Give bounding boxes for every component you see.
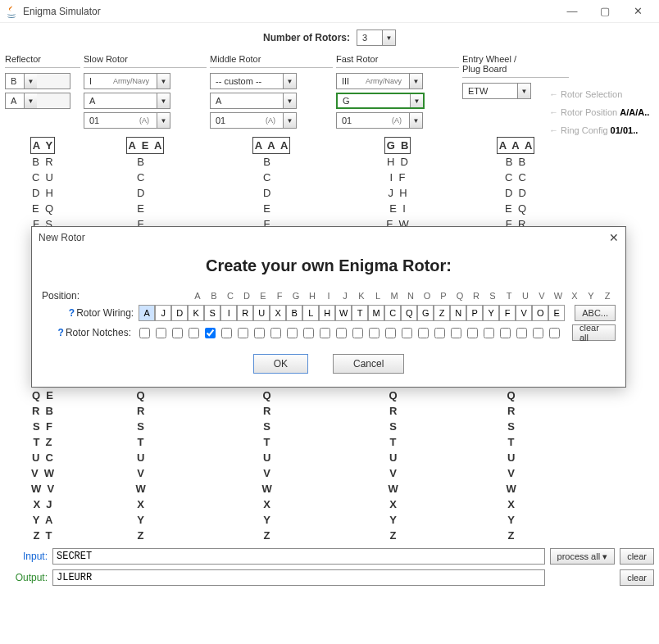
wiring-cell[interactable]	[499, 305, 516, 321]
notch-checkbox[interactable]	[303, 328, 314, 338]
notch-checkbox[interactable]	[352, 328, 363, 338]
fast-rotor-header: Fast Rotor	[336, 52, 459, 68]
chevron-down-icon: ▼	[517, 84, 530, 98]
position-header-cell: G	[288, 291, 304, 301]
slow-rotor-select[interactable]: IArmy/Navy▼	[84, 73, 170, 89]
notch-checkbox[interactable]	[254, 328, 265, 338]
fast-rotor-position-select[interactable]: G▼	[336, 93, 425, 109]
reflector-header: Reflector	[5, 52, 80, 68]
notch-checkbox[interactable]	[516, 328, 527, 338]
dialog-title: New Rotor	[39, 232, 85, 243]
dialog-close-button[interactable]: ✕	[609, 231, 619, 244]
input-field[interactable]	[52, 548, 545, 565]
notch-checkbox[interactable]	[287, 328, 298, 338]
position-header-cell: O	[419, 291, 435, 301]
dialog-heading: Create your own Enigma Rotor:	[32, 256, 625, 275]
wiring-cell[interactable]	[155, 305, 171, 321]
wiring-cell[interactable]	[368, 305, 384, 321]
notch-checkbox[interactable]	[402, 328, 412, 338]
notch-checkbox[interactable]	[549, 328, 560, 338]
output-field[interactable]	[52, 569, 545, 586]
notch-checkbox[interactable]	[434, 328, 445, 338]
wiring-cell[interactable]	[450, 305, 466, 321]
notch-checkbox[interactable]	[270, 328, 281, 338]
wiring-cell[interactable]	[220, 305, 237, 321]
wiring-cell[interactable]	[237, 305, 253, 321]
position-header-cell: E	[255, 291, 271, 301]
window-title: Enigma Simulator	[23, 6, 556, 17]
output-clear-button[interactable]: clear	[620, 569, 654, 586]
wiring-cell[interactable]	[286, 305, 302, 321]
notch-checkbox[interactable]	[172, 328, 183, 338]
notch-checkbox[interactable]	[189, 328, 199, 338]
notch-checkbox[interactable]	[221, 328, 232, 338]
fast-rotor-ring-select[interactable]: 01(A)▼	[336, 112, 423, 129]
wiring-label: Rotor Wiring:	[76, 307, 134, 319]
notch-checkbox[interactable]	[369, 328, 379, 338]
fast-rotor-select[interactable]: IIIArmy/Navy▼	[336, 73, 423, 89]
notch-checkbox[interactable]	[238, 328, 248, 338]
input-clear-button[interactable]: clear	[620, 548, 654, 565]
wiring-cell[interactable]	[401, 305, 417, 321]
process-all-button[interactable]: process all ▾	[550, 548, 616, 565]
window-maximize-button[interactable]: ▢	[589, 0, 621, 23]
notches-label: Rotor Notches:	[66, 327, 131, 338]
notch-checkbox[interactable]	[451, 328, 461, 338]
position-header-cell: H	[304, 291, 320, 301]
wiring-cell[interactable]	[270, 305, 286, 321]
wiring-cell[interactable]	[384, 305, 401, 321]
wiring-cell[interactable]	[352, 305, 368, 321]
wiring-cell[interactable]	[466, 305, 483, 321]
position-header-row: ABCDEFGHIJKLMNOPQRSTUVWXYZ	[189, 291, 616, 301]
wiring-cell[interactable]	[319, 305, 335, 321]
wiring-cell[interactable]	[188, 305, 204, 321]
chevron-down-icon: ▼	[382, 30, 395, 45]
notch-checkbox[interactable]	[156, 328, 166, 338]
notch-checkbox[interactable]	[205, 328, 216, 338]
chevron-down-icon: ▼	[283, 74, 296, 88]
entry-wheel-select[interactable]: ETW▼	[462, 83, 531, 99]
clear-all-button[interactable]: clear all	[572, 324, 616, 341]
wiring-cell[interactable]	[483, 305, 499, 321]
reflector-position-select[interactable]: A▼	[5, 93, 70, 109]
notch-checkbox[interactable]	[139, 328, 150, 338]
rotor-count-select[interactable]: 3 ▼	[357, 29, 396, 46]
notch-checkbox[interactable]	[336, 328, 347, 338]
notch-checkbox[interactable]	[385, 328, 396, 338]
wiring-cell[interactable]	[417, 305, 434, 321]
slow-rotor-position-select[interactable]: A▼	[84, 93, 170, 109]
cancel-button[interactable]: Cancel	[333, 354, 404, 374]
wiring-cell[interactable]	[302, 305, 319, 321]
reflector-select[interactable]: B▼	[5, 73, 70, 89]
notch-checkbox[interactable]	[484, 328, 494, 338]
position-header-cell: L	[370, 291, 386, 301]
notch-checkbox[interactable]	[418, 328, 429, 338]
rotor-count-label: Number of Rotors:	[263, 32, 350, 43]
window-minimize-button[interactable]: —	[556, 0, 589, 23]
help-icon[interactable]: ?	[69, 307, 75, 319]
abc-button[interactable]: ABC...	[575, 305, 616, 321]
wiring-cell[interactable]	[516, 305, 532, 321]
window-close-button[interactable]: ✕	[621, 0, 654, 23]
wiring-cell[interactable]	[204, 305, 220, 321]
wiring-cell[interactable]	[253, 305, 270, 321]
wiring-cell[interactable]	[171, 305, 188, 321]
slow-rotor-ring-select[interactable]: 01(A)▼	[84, 112, 170, 129]
position-header-cell: F	[271, 291, 288, 301]
middle-rotor-ring-select[interactable]: 01(A)▼	[210, 112, 297, 129]
position-header-cell: T	[501, 291, 517, 301]
help-icon[interactable]: ?	[58, 327, 64, 338]
wiring-cell[interactable]	[434, 305, 450, 321]
wiring-cell[interactable]	[532, 305, 548, 321]
ok-button[interactable]: OK	[253, 354, 308, 374]
wiring-cell[interactable]	[548, 305, 565, 321]
notch-checkbox[interactable]	[467, 328, 478, 338]
notch-checkbox[interactable]	[533, 328, 543, 338]
wiring-cell[interactable]	[139, 305, 155, 321]
middle-rotor-position-select[interactable]: A▼	[210, 93, 297, 109]
notch-checkbox[interactable]	[500, 328, 511, 338]
wiring-cell[interactable]	[335, 305, 352, 321]
notch-checkbox[interactable]	[320, 328, 330, 338]
middle-rotor-select[interactable]: -- custom --▼	[210, 73, 297, 89]
position-header-cell: C	[222, 291, 239, 301]
